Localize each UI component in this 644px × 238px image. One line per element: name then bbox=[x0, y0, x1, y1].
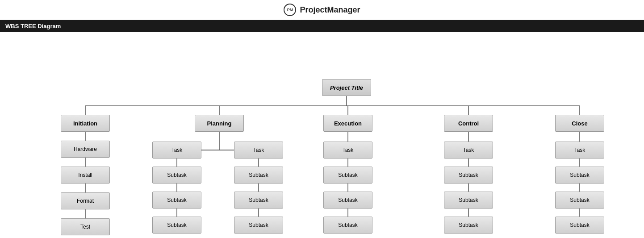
wbs-node: Install bbox=[61, 167, 110, 184]
wbs-node: Subtask bbox=[444, 192, 493, 209]
diagram-area: Project TitleInitiationHardwareInstallFo… bbox=[0, 32, 644, 238]
wbs-node: Subtask bbox=[234, 192, 283, 209]
wbs-node: Subtask bbox=[444, 167, 493, 184]
wbs-node: Planning bbox=[195, 115, 244, 132]
wbs-node: Subtask bbox=[555, 192, 604, 209]
wbs-node: Subtask bbox=[152, 217, 201, 234]
wbs-node: Subtask bbox=[444, 217, 493, 234]
wbs-node: Task bbox=[152, 142, 201, 159]
wbs-node: Task bbox=[444, 142, 493, 159]
wbs-node: Task bbox=[555, 142, 604, 159]
wbs-node: Subtask bbox=[152, 167, 201, 184]
wbs-node: Format bbox=[61, 192, 110, 209]
wbs-node: Test bbox=[61, 218, 110, 235]
wbs-node: Initiation bbox=[61, 115, 110, 132]
wbs-node: Subtask bbox=[323, 167, 372, 184]
wbs-node: Project Title bbox=[322, 79, 371, 96]
wbs-node: Subtask bbox=[234, 217, 283, 234]
wbs-node: Control bbox=[444, 115, 493, 132]
wbs-node: Execution bbox=[323, 115, 372, 132]
wbs-node: Subtask bbox=[555, 167, 604, 184]
header-bar: WBS TREE Diagram bbox=[0, 20, 644, 32]
wbs-node: Task bbox=[234, 142, 283, 159]
wbs-node: Subtask bbox=[555, 217, 604, 234]
wbs-node: Subtask bbox=[323, 192, 372, 209]
wbs-node: Close bbox=[555, 115, 604, 132]
app-title: ProjectManager bbox=[300, 5, 360, 15]
top-bar: PM ProjectManager bbox=[0, 0, 644, 20]
wbs-node: Hardware bbox=[61, 141, 110, 158]
wbs-node: Subtask bbox=[152, 192, 201, 209]
logo-circle: PM bbox=[284, 4, 296, 16]
wbs-node: Task bbox=[323, 142, 372, 159]
wbs-node: Subtask bbox=[323, 217, 372, 234]
wbs-node: Subtask bbox=[234, 167, 283, 184]
